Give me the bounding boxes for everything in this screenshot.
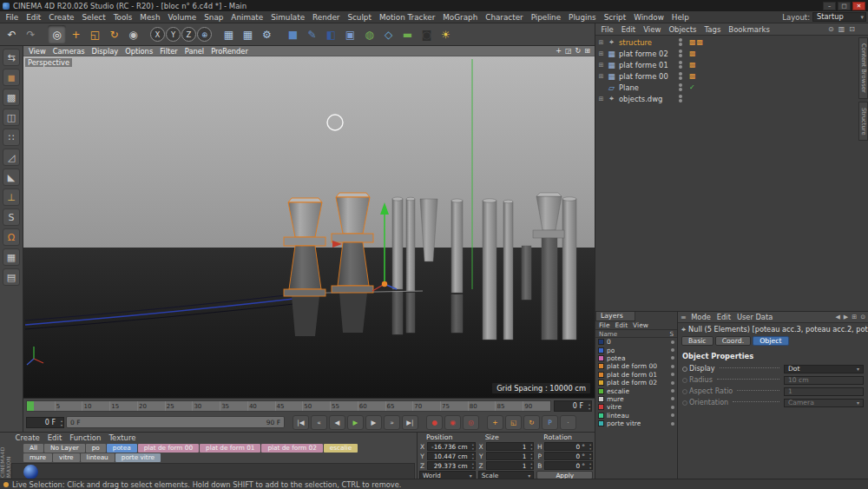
layer-color-swatch[interactable] xyxy=(598,339,604,345)
menu-item[interactable]: Sculpt xyxy=(344,13,375,22)
viewport-menu-item[interactable]: View xyxy=(25,47,49,56)
enable-axis-icon[interactable]: ⊥ xyxy=(3,188,20,206)
z-axis-lock[interactable]: Z xyxy=(181,27,196,42)
layer-row[interactable]: plat de form 00 xyxy=(595,362,677,370)
object-tags[interactable]: ▩ xyxy=(689,61,697,69)
menu-item[interactable]: Window xyxy=(630,13,668,22)
menu-item[interactable]: Animate xyxy=(227,13,267,22)
redo-icon[interactable]: ↷ xyxy=(22,25,40,43)
last-used-tool[interactable]: ◉ xyxy=(124,25,142,43)
maximize-button[interactable]: □ xyxy=(838,2,851,10)
layers-menu-item[interactable]: View xyxy=(630,321,651,329)
menu-item[interactable]: Pipeline xyxy=(527,13,564,22)
material-menu-item[interactable]: Function xyxy=(66,433,105,442)
expand-icon[interactable]: ⊞ xyxy=(598,96,604,102)
attribute-tab[interactable]: Object xyxy=(753,336,788,346)
object-manager-menu-item[interactable]: Bookmarks xyxy=(725,25,774,34)
scene-3d[interactable] xyxy=(23,56,595,398)
modeling-settings-icon[interactable]: ▤ xyxy=(3,268,20,286)
layer-color-swatch[interactable] xyxy=(598,413,604,419)
render-view-button[interactable]: ▦ xyxy=(220,25,238,43)
pan-view-icon[interactable]: + xyxy=(556,47,562,55)
layer-solo-dot[interactable] xyxy=(671,422,674,426)
layer-filter-button[interactable]: All xyxy=(23,444,43,453)
viewport-canvas[interactable] xyxy=(23,56,595,398)
zoom-view-icon[interactable]: ◲ xyxy=(565,47,572,55)
viewport-menu-item[interactable]: ProRender xyxy=(207,47,252,56)
history-forward-icon[interactable]: ▶ xyxy=(844,314,848,320)
lock-icon[interactable]: ⊙ xyxy=(860,314,865,320)
position-z-field[interactable]: 29.373 cm xyxy=(427,461,476,470)
current-frame-field[interactable]: 0 F xyxy=(554,400,592,412)
dock-tab[interactable]: Structure xyxy=(858,102,868,142)
volume-builder-menu[interactable]: ▣ xyxy=(341,25,359,43)
material-menu-item[interactable]: Edit xyxy=(43,433,65,442)
goto-end-button[interactable]: ▶| xyxy=(402,415,418,430)
quantize-icon[interactable]: ▦ xyxy=(3,248,20,266)
layer-color-swatch[interactable] xyxy=(598,396,604,402)
layer-row[interactable]: vitre xyxy=(595,403,677,411)
layer-filter-button[interactable]: escalie xyxy=(324,444,358,453)
visibility-dots[interactable] xyxy=(679,83,682,91)
layer-solo-dot[interactable] xyxy=(671,397,674,400)
texture-mode-icon[interactable]: ▩ xyxy=(3,89,20,106)
rotation-b-field[interactable]: 0 ° xyxy=(544,461,593,470)
camera-menu[interactable]: ◙ xyxy=(418,25,436,43)
layer-filter-button[interactable]: vitre xyxy=(53,453,80,462)
menu-item[interactable]: Script xyxy=(600,13,630,22)
layer-color-swatch[interactable] xyxy=(598,363,604,369)
menu-item[interactable]: Volume xyxy=(164,13,201,22)
rotation-h-field[interactable]: 0 ° xyxy=(544,442,593,451)
menu-item[interactable]: Plugins xyxy=(565,13,601,22)
layer-color-swatch[interactable] xyxy=(598,404,604,410)
layer-row[interactable]: escalie xyxy=(595,387,677,394)
floor-menu[interactable]: ▬ xyxy=(398,25,417,43)
object-row[interactable]: ⊞ ▦ plat forme 02 ▩ xyxy=(595,48,858,59)
layer-row[interactable]: po xyxy=(595,346,677,354)
menu-item[interactable]: File xyxy=(2,13,23,22)
layer-filter-button[interactable]: plat de form 01 xyxy=(200,444,260,453)
object-manager-menu-item[interactable]: File xyxy=(597,25,617,34)
object-manager-menu-item[interactable]: Edit xyxy=(617,25,639,34)
layer-solo-dot[interactable] xyxy=(671,381,674,385)
render-picture-viewer-button[interactable]: ▦ xyxy=(239,25,257,43)
layer-filter-button[interactable]: porte vitre xyxy=(115,453,161,462)
record-rotation-toggle[interactable]: ↻ xyxy=(523,415,540,430)
anim-dot-icon[interactable] xyxy=(682,389,687,394)
object-tags[interactable]: ▩▩ xyxy=(689,38,704,46)
camera-label[interactable]: Perspective xyxy=(25,58,72,67)
position-x-field[interactable]: -16.736 cm xyxy=(427,442,476,451)
layer-filter-button[interactable]: mure xyxy=(23,453,52,462)
workplane-mode-icon[interactable]: ◫ xyxy=(3,109,20,126)
close-button[interactable]: ✕ xyxy=(852,2,865,10)
snap-icon[interactable]: Ω xyxy=(3,228,20,246)
layout-select[interactable]: Startup xyxy=(812,12,866,22)
layer-solo-dot[interactable] xyxy=(671,356,674,360)
size-z-field[interactable]: 1 xyxy=(486,461,535,470)
attribute-tab[interactable]: Basic xyxy=(681,336,713,346)
layer-solo-dot[interactable] xyxy=(671,340,674,344)
range-start-field[interactable]: 0 F xyxy=(26,417,64,428)
layer-row[interactable]: mure xyxy=(595,395,677,403)
aspect-ratio-field[interactable]: 1 xyxy=(784,387,864,396)
menu-item[interactable]: Select xyxy=(78,13,109,22)
object-tags[interactable]: ▩ xyxy=(689,50,697,57)
minimize-button[interactable]: – xyxy=(823,2,836,10)
edges-mode-icon[interactable]: ◿ xyxy=(3,149,20,166)
menu-item[interactable]: Edit xyxy=(23,13,45,22)
object-row[interactable]: ⊞ ⌖ objects.dwg xyxy=(595,93,858,104)
expand-icon[interactable]: ⊞ xyxy=(598,62,604,69)
light-menu[interactable]: ☀ xyxy=(437,25,455,43)
layers-tab[interactable]: Layers xyxy=(595,312,635,321)
layer-solo-dot[interactable] xyxy=(671,348,674,352)
next-key-button[interactable]: » xyxy=(384,415,400,430)
menu-item[interactable]: Snap xyxy=(201,13,227,22)
viewport-menu-item[interactable]: Panel xyxy=(181,47,207,56)
layer-row[interactable]: porte vitre xyxy=(595,420,677,427)
dock-tab[interactable]: Content Browser xyxy=(858,37,868,99)
size-y-field[interactable]: 1 xyxy=(486,452,535,460)
record-pla-toggle[interactable]: · xyxy=(560,415,576,430)
attribute-tab[interactable]: Coord. xyxy=(715,336,751,346)
expand-icon[interactable]: ⊞ xyxy=(598,39,604,46)
rotate-tool[interactable]: ↻ xyxy=(105,25,123,43)
